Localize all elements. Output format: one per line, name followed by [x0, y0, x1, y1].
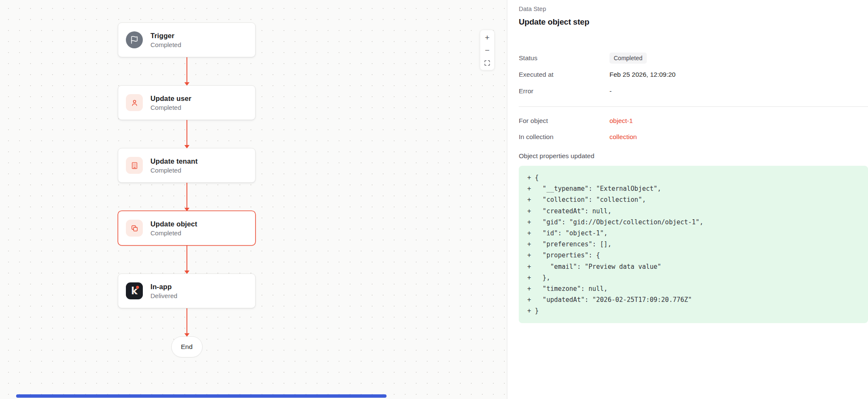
flow-node-in-app[interactable]: k In-app Delivered — [118, 273, 256, 308]
executed-at-label: Executed at — [519, 71, 609, 78]
node-title: In-app — [150, 283, 177, 291]
in-collection-label: In collection — [519, 133, 609, 141]
node-status: Completed — [150, 41, 181, 48]
flow-arrow — [186, 308, 187, 336]
status-badge: Completed — [609, 53, 647, 64]
flag-icon — [126, 31, 143, 48]
diff-line: + } — [527, 305, 868, 316]
diff-line: + "id": "object-1", — [527, 228, 868, 239]
node-title: Update tenant — [150, 157, 198, 165]
arrowhead-icon — [184, 333, 189, 337]
diff-line: + { — [527, 172, 868, 183]
flow-node-update-user[interactable]: Update user Completed — [118, 85, 256, 120]
knock-icon: k — [126, 282, 143, 299]
diff-line: + "gid": "gid://Object/collection/object… — [527, 217, 868, 228]
node-status: Delivered — [150, 292, 177, 299]
flow-arrow — [186, 183, 187, 211]
step-type-label: Data Step — [519, 5, 868, 13]
fit-view-button[interactable] — [480, 56, 494, 69]
horizontal-scrollbar[interactable] — [16, 394, 387, 398]
building-icon — [126, 157, 143, 174]
diff-line: + "createdAt": null, — [527, 206, 868, 217]
step-meta: Status Completed Executed at Feb 25 2026… — [519, 50, 868, 99]
fit-view-icon — [484, 60, 490, 66]
flow-arrow — [186, 246, 187, 273]
error-label: Error — [519, 87, 609, 95]
error-value: - — [609, 87, 612, 95]
node-status: Completed — [150, 229, 197, 237]
node-title: Update object — [150, 220, 197, 228]
diff-line: + "properties": { — [527, 250, 868, 261]
node-title: Trigger — [150, 32, 181, 40]
workflow-run-view: Trigger Completed Update user Completed … — [0, 0, 868, 399]
end-node-label: End — [181, 343, 193, 351]
diff-line: + "updatedAt": "2026-02-25T17:09:20.776Z… — [527, 294, 868, 305]
node-title: Update user — [150, 95, 191, 103]
zoom-out-button[interactable]: − — [480, 44, 494, 56]
notification-dot — [136, 286, 139, 289]
workflow-flow: Trigger Completed Update user Completed … — [118, 22, 256, 357]
minus-icon: − — [485, 46, 490, 54]
object-properties-diff: + {+ "__typename": "ExternalObject",+ "c… — [519, 166, 868, 323]
object-meta: For object object-1 In collection collec… — [519, 113, 868, 145]
flow-arrow — [186, 57, 187, 85]
workflow-canvas[interactable]: Trigger Completed Update user Completed … — [0, 0, 507, 399]
arrowhead-icon — [184, 82, 189, 86]
page-title: Update object step — [519, 17, 868, 28]
arrowhead-icon — [184, 271, 189, 274]
for-object-label: For object — [519, 117, 609, 125]
flow-node-trigger[interactable]: Trigger Completed — [118, 22, 256, 57]
user-icon — [126, 94, 143, 111]
object-link[interactable]: object-1 — [609, 117, 633, 124]
diff-section-title: Object properties updated — [519, 152, 868, 160]
diff-line: + "__typename": "ExternalObject", — [527, 183, 868, 194]
flow-node-update-object[interactable]: Update object Completed — [118, 211, 256, 246]
collection-link[interactable]: collection — [609, 133, 637, 140]
status-label: Status — [519, 54, 609, 62]
arrowhead-icon — [184, 145, 189, 148]
for-object-row: For object object-1 — [519, 113, 868, 129]
divider — [519, 106, 868, 107]
node-status: Completed — [150, 167, 198, 174]
in-collection-row: In collection collection — [519, 129, 868, 145]
end-node: End — [171, 336, 203, 357]
copy-icon — [126, 220, 143, 237]
diff-line: + "email": "Preview data value" — [527, 261, 868, 272]
status-row: Status Completed — [519, 50, 868, 66]
executed-at-row: Executed at Feb 25 2026, 12:09:20 — [519, 66, 868, 83]
diff-line: + "preferences": [], — [527, 239, 868, 250]
step-details-panel: Data Step Update object step Status Comp… — [507, 0, 868, 399]
error-row: Error - — [519, 83, 868, 99]
diff-line: + }, — [527, 272, 868, 283]
diff-line: + "collection": "collection", — [527, 194, 868, 205]
diff-line: + "timezone": null, — [527, 283, 868, 294]
plus-icon: + — [485, 33, 490, 42]
zoom-toolbar: + − — [480, 30, 495, 70]
flow-arrow — [186, 120, 187, 148]
arrowhead-icon — [184, 208, 189, 211]
flow-node-update-tenant[interactable]: Update tenant Completed — [118, 148, 256, 183]
node-status: Completed — [150, 104, 191, 111]
zoom-in-button[interactable]: + — [480, 31, 494, 44]
executed-at-value: Feb 25 2026, 12:09:20 — [609, 71, 676, 78]
